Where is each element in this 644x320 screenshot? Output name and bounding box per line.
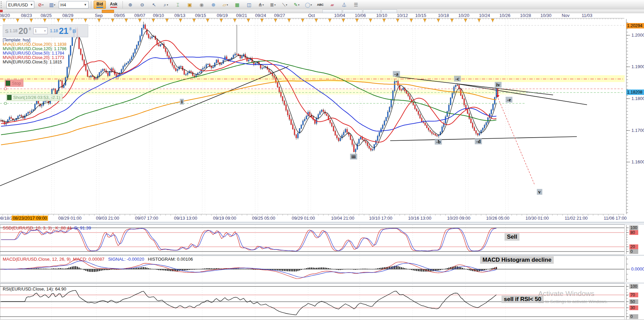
- chevron-down-icon: ▾: [286, 3, 287, 6]
- bottom-axis-label: 10/26 05:00: [486, 216, 510, 221]
- draw-line-icon[interactable]: ✎▾: [291, 1, 302, 9]
- bottom-axis-label: 10/04 21:00: [331, 216, 355, 221]
- list-menu-icon[interactable]: ☰: [351, 1, 361, 9]
- text-tool-icon[interactable]: ABC: [315, 1, 325, 9]
- bottom-axis-label: 11/02 21:00: [565, 216, 588, 221]
- view-arrow-icon[interactable]: ◉: [196, 1, 207, 9]
- top-axis-label: 09/24: [255, 13, 266, 18]
- ssd-canvas[interactable]: 10080200: [0, 224, 644, 255]
- top-axis-label: 08/29: [62, 13, 74, 18]
- elliott-wave-label-v[interactable]: v: [537, 189, 542, 195]
- top-axis-label: 09/07: [134, 13, 146, 18]
- bottom-axis-label: 08/18/2: [0, 216, 13, 221]
- bottom-axis-label: 10/16 13:00: [408, 216, 432, 221]
- zoom-out-icon[interactable]: ⊖: [137, 1, 147, 9]
- rsi-annotation[interactable]: sell if RSI< 50: [501, 296, 544, 303]
- zoom-out-glyph: ⊖: [140, 2, 144, 7]
- fibonacci-levels-icon[interactable]: ≣▾: [268, 1, 278, 9]
- sell-side-label: S: [5, 28, 8, 34]
- zoom-region-icon[interactable]: ⌕▾: [161, 1, 171, 9]
- buy-price-big[interactable]: 21: [59, 27, 69, 35]
- top-axis-label: 08/20: [0, 13, 10, 18]
- rsi-header: RSI(EUR/USD.Close, 14): 64.90: [3, 286, 66, 292]
- stop-order-label[interactable]: Stop: [5, 80, 23, 87]
- vertical-scale-icon[interactable]: ⌶: [173, 1, 183, 9]
- zoom-in-icon[interactable]: ⊕: [125, 1, 135, 9]
- scroll-thumb[interactable]: [102, 10, 114, 13]
- svg-text:0: 0: [630, 314, 633, 319]
- sell-price-big[interactable]: 20: [18, 27, 28, 35]
- macd-annotation[interactable]: MACD Histogram decline: [480, 256, 554, 264]
- bottom-date-axis[interactable]: 08/18/208/23/2017 09:0008/29 01:0009/03 …: [0, 216, 644, 223]
- object-tree-glyph: ⏃: [342, 2, 346, 7]
- text-tool-glyph: ABC: [317, 3, 324, 6]
- svg-text:50: 50: [630, 299, 635, 304]
- chevron-down-icon: ▾: [54, 3, 55, 6]
- top-axis-label: 08/25: [41, 13, 52, 18]
- chevron-down-icon: ▾: [227, 3, 228, 6]
- globe-icon[interactable]: ⊛: [208, 1, 219, 9]
- top-axis-label: 10/18: [438, 13, 449, 18]
- bottom-axis-label: 10/30 01:00: [526, 216, 549, 221]
- bid-button[interactable]: Bid: [94, 1, 106, 9]
- price-chart-canvas[interactable]: 1.20001.19001.18001.17001.16001.202941.1…: [0, 18, 644, 216]
- eraser-icon[interactable]: ▰: [327, 1, 337, 9]
- strip-marker: [0, 10, 3, 12]
- add-image-icon[interactable]: ▦: [232, 1, 242, 9]
- fan-lines-icon[interactable]: ⟍▾: [280, 1, 290, 9]
- chevron-down-icon: ▾: [262, 3, 264, 6]
- top-axis-label: 11/03: [582, 13, 592, 18]
- macd-panel[interactable]: 0.00000 MACD(EUR/USD.Close, 12, 26, 9) M…: [0, 255, 644, 283]
- ask-button[interactable]: Ask: [107, 1, 120, 9]
- zoom-region-glyph: ⌕: [164, 2, 167, 8]
- globe-glyph: ⊛: [211, 2, 215, 7]
- sell-annotation[interactable]: Sell: [505, 233, 519, 241]
- toolbar-grip[interactable]: [1, 1, 5, 8]
- macd-signal-value: SIGNAL: -0.00020: [108, 257, 144, 262]
- top-axis-label: 09/10: [153, 13, 164, 18]
- symbol-combobox[interactable]: EUR/USD ▼: [6, 1, 34, 8]
- elliott-wave-label-iv[interactable]: iv: [495, 82, 501, 88]
- bottom-axis-label: 09/29 01:00: [292, 216, 315, 221]
- toolbar-separator: [91, 1, 91, 8]
- add-image-glyph: ▦: [235, 2, 239, 7]
- edit-window-icon[interactable]: ▣: [185, 1, 195, 9]
- elliott-wave-label-a[interactable]: -a: [393, 71, 400, 77]
- period-value: H4: [60, 2, 66, 7]
- bottom-axis-label: 09/25 05:00: [252, 216, 276, 221]
- buy-side-label: B: [73, 28, 76, 34]
- ruler-icon[interactable]: ▱▾: [220, 1, 230, 9]
- top-date-axis[interactable]: 08/2008/2308/2508/29Sep09/0509/0709/1009…: [0, 13, 644, 18]
- period-combobox[interactable]: H4 ▼: [59, 1, 89, 8]
- ask-underline: [110, 7, 117, 8]
- top-axis-label: 09/19: [217, 13, 228, 18]
- short-position-label[interactable]: Short(10/26 03:53, -2.1): [6, 94, 62, 101]
- zoom-cursor-icon[interactable]: ↖: [149, 1, 159, 9]
- svg-text:20: 20: [630, 244, 635, 249]
- elliott-wave-label-d[interactable]: -d: [475, 139, 482, 144]
- rsi-panel[interactable]: 1007050300 RSI(EUR/USD.Close, 14): 64.90…: [0, 283, 644, 320]
- macd-value: MACD: 0.00087: [73, 257, 105, 262]
- unlink-chart-icon[interactable]: ⊘▾: [36, 1, 46, 9]
- top-axis-label: Sep: [95, 13, 102, 18]
- top-axis-label: 10/26: [499, 13, 511, 18]
- chevron-down-icon: ▾: [42, 3, 43, 6]
- chart-type-icon[interactable]: ▥▾: [47, 1, 57, 9]
- ellipse-tool-icon[interactable]: ◯▾: [303, 1, 314, 9]
- elliott-wave-label-b[interactable]: -b: [435, 139, 442, 145]
- elliott-wave-label-iii[interactable]: iii: [350, 154, 357, 160]
- svg-text:1.1800: 1.1800: [631, 96, 644, 101]
- svg-text:80: 80: [630, 230, 635, 235]
- object-tree-icon[interactable]: ⏃: [339, 1, 349, 9]
- pitchfork-icon[interactable]: ⋔▾: [256, 1, 266, 9]
- elliott-wave-label-e[interactable]: -e: [506, 97, 512, 103]
- main-price-chart[interactable]: 1.20001.19001.18001.17001.16001.202941.1…: [0, 18, 644, 216]
- zoom-in-glyph: ⊕: [128, 2, 132, 7]
- elliott-wave-label-c[interactable]: -c: [454, 76, 461, 82]
- top-axis-label: 09/13: [174, 13, 186, 18]
- ssd-stochastic-panel[interactable]: 10080200 SSD(EUR/USD, 10, 3, 3) K: 88.41…: [0, 224, 644, 255]
- quantity-combobox[interactable]: 1 ▼: [33, 27, 48, 34]
- chart-window-icon[interactable]: ◫: [244, 1, 254, 9]
- elliott-wave-label-i[interactable]: i: [180, 99, 184, 105]
- bottom-axis-label: 09/03 21:00: [96, 216, 119, 221]
